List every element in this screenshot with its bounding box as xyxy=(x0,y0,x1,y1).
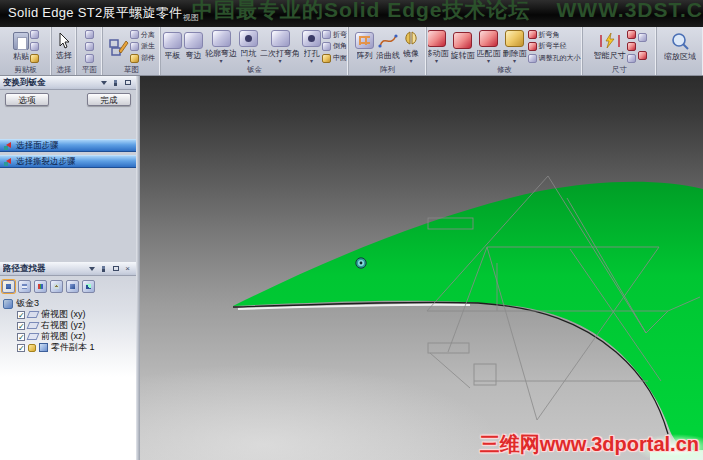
plane-icon xyxy=(27,322,40,329)
layers-icon[interactable] xyxy=(18,280,31,293)
command-panel-header: 变换到钣金 xyxy=(0,76,136,90)
visibility-checkbox[interactable]: ✓ xyxy=(17,333,25,341)
command-panel-title: 变换到钣金 xyxy=(3,77,97,89)
group-sketch: 分离 派生 部件 草图 xyxy=(103,27,161,75)
match-face-button[interactable]: 匹配面▾ xyxy=(476,29,502,64)
bend-icon xyxy=(322,30,331,39)
resize-hole-button[interactable]: 调整孔的大小▾ xyxy=(528,53,582,63)
pattern-button[interactable]: 阵列 xyxy=(354,31,375,62)
dimple-icon xyxy=(239,30,258,47)
smart-dimension-button[interactable]: 智能尺寸 xyxy=(593,31,627,62)
bend-radius-icon xyxy=(528,42,537,51)
coordinate-dimension-icon[interactable] xyxy=(627,54,636,63)
portal-watermark: 三维网www.3dportal.cn xyxy=(480,431,699,458)
move-face-icon xyxy=(428,30,446,47)
group-sheetmetal: 平板 弯边 轮廓弯边▾ 凹坑▾ 二次打弯角▾ 打孔▾ 折弯 倒角 中面 钣金 xyxy=(161,27,349,75)
close-icon[interactable]: × xyxy=(122,263,133,274)
component-icon xyxy=(130,54,139,63)
vertex-marker xyxy=(356,258,366,268)
group-label-sheetmetal: 钣金 xyxy=(162,65,347,75)
options-button[interactable]: 选项 xyxy=(5,93,49,106)
along-curve-icon xyxy=(378,32,398,49)
mid-surface-button[interactable]: 中面 xyxy=(322,53,347,63)
mirror-button[interactable]: 镜像▾ xyxy=(401,29,421,64)
pathfinder-title: 路径查找器 xyxy=(3,263,85,275)
dimple-button[interactable]: 凹坑▾ xyxy=(238,29,259,64)
rotate-face-button[interactable]: 旋转面 xyxy=(450,31,476,62)
close-corner-icon xyxy=(528,30,537,39)
plane-icon xyxy=(27,311,40,318)
finish-button[interactable]: 完成 xyxy=(87,93,131,106)
plane-icon xyxy=(27,333,40,340)
format-painter-icon[interactable] xyxy=(30,54,39,63)
along-curve-button[interactable]: 沿曲线 xyxy=(375,31,401,62)
detach-button[interactable]: 分离 xyxy=(130,30,155,40)
restore-icon[interactable] xyxy=(110,263,121,274)
annotation-icon[interactable] xyxy=(638,51,647,60)
break-corner-icon xyxy=(322,42,331,51)
left-panel: 变换到钣金 选项 完成 选择面步骤 选择撕裂边步骤 xyxy=(0,76,136,460)
component-button[interactable]: 部件 xyxy=(130,53,155,63)
pathfinder-toolbar xyxy=(0,276,136,296)
hole-icon xyxy=(302,30,321,47)
bend-radius-button[interactable]: 折弯半径 xyxy=(528,41,582,51)
symmetric-diameter-icon[interactable] xyxy=(638,33,647,42)
pathfinder-tab-icon[interactable] xyxy=(2,280,15,293)
pin-icon[interactable] xyxy=(110,77,121,88)
pin-icon[interactable] xyxy=(98,263,109,274)
feature-library-icon[interactable] xyxy=(66,280,79,293)
group-plane: 平面 xyxy=(77,27,103,75)
zoom-area-button[interactable]: 缩放区域 xyxy=(663,31,697,63)
group-label-pattern: 阵列 xyxy=(350,65,425,75)
sketch-button[interactable] xyxy=(108,37,130,57)
mirror-icon xyxy=(402,30,420,47)
playback-icon[interactable] xyxy=(50,280,63,293)
step-icon xyxy=(3,157,13,167)
resize-hole-icon xyxy=(528,54,537,63)
pathfinder-header: 路径查找器 × xyxy=(0,262,136,276)
chevron-down-icon[interactable] xyxy=(86,263,97,274)
move-face-button[interactable]: 移动面▾ xyxy=(428,29,450,64)
visibility-checkbox[interactable]: ✓ xyxy=(17,322,25,330)
group-orient: 缩放区域 xyxy=(657,27,703,75)
chevron-down-icon[interactable] xyxy=(98,77,109,88)
close-corner-button[interactable]: 折弯角 xyxy=(528,30,582,40)
more-planes-icon[interactable] xyxy=(85,42,94,51)
delete-face-button[interactable]: 删除面▾ xyxy=(502,29,528,64)
coincident-plane-icon[interactable] xyxy=(85,30,94,39)
bend-button[interactable]: 折弯 xyxy=(322,30,347,40)
step-select-face[interactable]: 选择面步骤 xyxy=(0,139,136,152)
used-sketches-icon[interactable] xyxy=(82,280,95,293)
step-icon xyxy=(3,141,13,151)
group-label-clipboard: 剪贴板 xyxy=(1,65,50,75)
group-clipboard: 粘贴 剪贴板 xyxy=(0,27,52,75)
distance-between-icon[interactable] xyxy=(627,30,636,39)
contour-flange-button[interactable]: 轮廓弯边▾ xyxy=(204,29,238,64)
sheetmetal-doc-icon xyxy=(3,299,13,309)
copy-icon[interactable] xyxy=(30,42,39,51)
paste-button[interactable]: 粘贴 xyxy=(12,31,30,63)
visibility-checkbox[interactable]: ✓ xyxy=(17,344,25,352)
solid-edge-window: Solid Edge ST2展平螺旋零件 视图 中国最专业的Solid Edge… xyxy=(0,0,703,460)
cut-icon[interactable] xyxy=(30,30,39,39)
tab-flat-button[interactable]: 平板 xyxy=(162,31,183,62)
contour-flange-icon xyxy=(212,30,231,47)
flange-button[interactable]: 弯边 xyxy=(183,31,204,62)
group-label-plane: 平面 xyxy=(78,65,101,75)
group-label-modify: 修改 xyxy=(428,65,581,75)
step-select-rip-edge[interactable]: 选择撕裂边步骤 xyxy=(0,155,136,168)
part-copy-node[interactable]: ✓ 零件副本 1 xyxy=(3,342,136,353)
select-button[interactable]: 选择 xyxy=(55,31,73,62)
viewport-3d[interactable]: 三维网www.3dportal.cn xyxy=(140,76,703,460)
sensors-icon[interactable] xyxy=(34,280,47,293)
derive-button[interactable]: 派生 xyxy=(130,41,155,51)
forum-watermark-url: WWW.3DST.C xyxy=(557,0,703,21)
hole-button[interactable]: 打孔▾ xyxy=(301,29,322,64)
restore-icon[interactable] xyxy=(122,77,133,88)
forum-watermark-text: 中国最专业的Solid Edge技术论坛 xyxy=(192,0,531,21)
visibility-checkbox[interactable]: ✓ xyxy=(17,311,25,319)
plane-normal-icon[interactable] xyxy=(85,54,94,63)
break-corner-button[interactable]: 倒角 xyxy=(322,41,347,51)
angle-between-icon[interactable] xyxy=(627,42,636,51)
jog-button[interactable]: 二次打弯角▾ xyxy=(259,29,301,64)
